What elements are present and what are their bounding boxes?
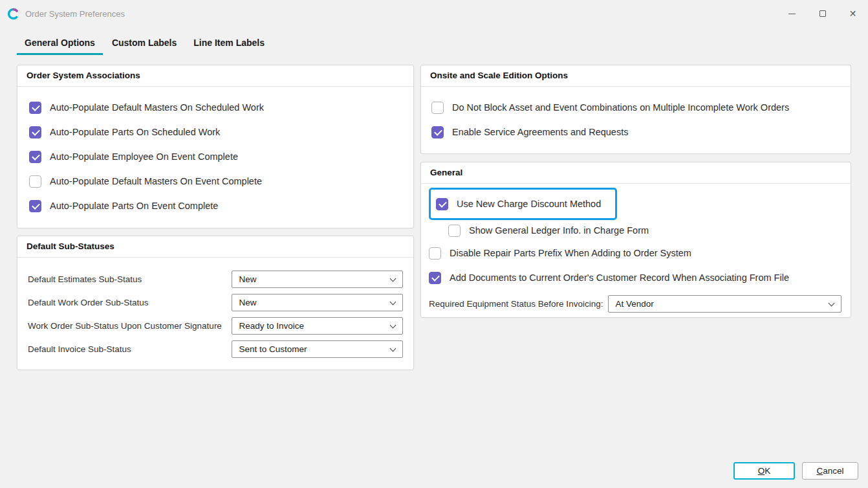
group-title: Default Sub-Statuses (17, 236, 413, 258)
checkbox-auto-populate-default-masters-event-complete[interactable]: Auto-Populate Default Masters On Event C… (29, 169, 403, 194)
checkbox-do-not-block-asset-event-combinations[interactable]: Do Not Block Asset and Event Combination… (431, 95, 840, 120)
group-title: General (421, 162, 851, 184)
substatus-row: Default Invoice Sub-Status Sent to Custo… (28, 340, 403, 358)
window-controls: ✕ (777, 0, 868, 27)
checkbox-label: Auto-Populate Parts On Event Complete (50, 201, 218, 211)
checkbox-label: Add Documents to Current Order's Custome… (450, 272, 789, 283)
checkbox-use-new-charge-discount-method[interactable]: Use New Charge Discount Method (436, 195, 601, 213)
equipment-status-select[interactable]: At Vendor (608, 295, 841, 313)
checkbox-label: Use New Charge Discount Method (457, 199, 601, 209)
tab-bar: General Options Custom Labels Line Item … (17, 38, 272, 55)
group-default-sub-statuses: Default Sub-Statuses Default Estimates S… (17, 236, 414, 370)
chevron-down-icon (390, 322, 396, 328)
maximize-button[interactable] (807, 0, 838, 27)
substatus-row: Default Estimates Sub-Status New (28, 271, 403, 288)
signature-substatus-select[interactable]: Ready to Invoice (232, 317, 403, 335)
field-label: Work Order Sub-Status Upon Customer Sign… (28, 321, 232, 331)
checkbox-auto-populate-employee-event-complete[interactable]: Auto-Populate Employee On Event Complete (29, 144, 403, 169)
ok-button-label: OK (758, 466, 771, 476)
chevron-down-icon (390, 275, 396, 282)
checkbox-icon (29, 151, 41, 163)
chevron-down-icon (390, 345, 396, 351)
ok-button[interactable]: OK (733, 462, 795, 480)
checkbox-icon (29, 126, 41, 139)
default-work-order-substatus-select[interactable]: New (232, 294, 403, 311)
checkbox-label: Auto-Populate Default Masters On Event C… (50, 176, 262, 186)
minimize-button[interactable] (777, 0, 807, 27)
checkbox-add-documents-customer-record[interactable]: Add Documents to Current Order's Custome… (429, 265, 841, 290)
field-label: Default Estimates Sub-Status (28, 274, 232, 284)
field-label: Required Equipment Status Before Invoici… (429, 299, 603, 309)
checkbox-icon (448, 225, 461, 237)
checkbox-auto-populate-parts-event-complete[interactable]: Auto-Populate Parts On Event Complete (29, 194, 403, 218)
titlebar: Order System Preferences ✕ (0, 0, 868, 27)
highlight-annotation: Use New Charge Discount Method (429, 188, 617, 220)
field-label: Default Invoice Sub-Status (28, 344, 232, 354)
equipment-status-row: Required Equipment Status Before Invoici… (429, 295, 841, 313)
field-label: Default Work Order Sub-Status (28, 298, 232, 307)
close-icon: ✕ (849, 9, 857, 18)
select-value: New (239, 274, 256, 284)
cancel-button-label: Cancel (816, 466, 843, 476)
app-logo-icon (6, 7, 19, 20)
checkbox-label: Show General Ledger Info. in Charge Form (469, 225, 649, 236)
checkbox-label: Auto-Populate Parts On Scheduled Work (50, 127, 220, 137)
checkbox-icon (431, 126, 444, 139)
checkbox-disable-repair-parts-prefix[interactable]: Disable Repair Parts Prefix When Adding … (429, 241, 841, 265)
close-button[interactable]: ✕ (838, 0, 868, 27)
default-invoice-substatus-select[interactable]: Sent to Customer (232, 340, 403, 358)
minimize-icon (788, 14, 796, 14)
group-title: Order System Associations (17, 65, 413, 87)
checkbox-icon (429, 272, 441, 284)
chevron-down-icon (390, 298, 396, 305)
checkbox-icon (29, 175, 41, 188)
cancel-button[interactable]: Cancel (802, 462, 858, 480)
checkbox-icon (429, 247, 441, 260)
default-estimates-substatus-select[interactable]: New (232, 271, 403, 288)
chevron-down-icon (829, 300, 835, 306)
checkbox-icon (436, 198, 448, 210)
order-system-preferences-dialog: Order System Preferences ✕ General Optio… (0, 0, 868, 488)
tab-line-item-labels[interactable]: Line Item Labels (186, 38, 272, 55)
substatus-row: Default Work Order Sub-Status New (28, 294, 403, 311)
checkbox-auto-populate-parts-scheduled-work[interactable]: Auto-Populate Parts On Scheduled Work (29, 120, 403, 144)
checkbox-show-general-ledger-info[interactable]: Show General Ledger Info. in Charge Form (448, 220, 841, 241)
checkbox-icon (29, 200, 41, 212)
select-value: Sent to Customer (239, 344, 307, 354)
select-value: Ready to Invoice (239, 321, 304, 331)
group-title: Onsite and Scale Edition Options (421, 65, 851, 87)
checkbox-auto-populate-default-masters-scheduled-work[interactable]: Auto-Populate Default Masters On Schedul… (29, 95, 403, 120)
checkbox-label: Auto-Populate Default Masters On Schedul… (50, 102, 264, 113)
substatus-row: Work Order Sub-Status Upon Customer Sign… (28, 317, 403, 335)
group-order-system-associations: Order System Associations Auto-Populate … (17, 65, 414, 228)
tab-general-options[interactable]: General Options (17, 38, 103, 55)
checkbox-label: Auto-Populate Employee On Event Complete (50, 151, 238, 162)
checkbox-icon (29, 102, 41, 114)
checkbox-label: Disable Repair Parts Prefix When Adding … (450, 248, 691, 258)
checkbox-icon (431, 102, 444, 114)
group-onsite-scale-options: Onsite and Scale Edition Options Do Not … (420, 65, 851, 154)
select-value: At Vendor (615, 299, 653, 309)
maximize-icon (819, 10, 826, 17)
checkbox-enable-service-agreements[interactable]: Enable Service Agreements and Requests (431, 120, 840, 144)
checkbox-label: Enable Service Agreements and Requests (452, 127, 628, 137)
group-general: General Use New Charge Discount Method S… (420, 162, 851, 318)
tab-custom-labels[interactable]: Custom Labels (104, 38, 184, 55)
window-title: Order System Preferences (25, 9, 125, 19)
select-value: New (239, 298, 256, 307)
checkbox-label: Do Not Block Asset and Event Combination… (452, 102, 789, 113)
